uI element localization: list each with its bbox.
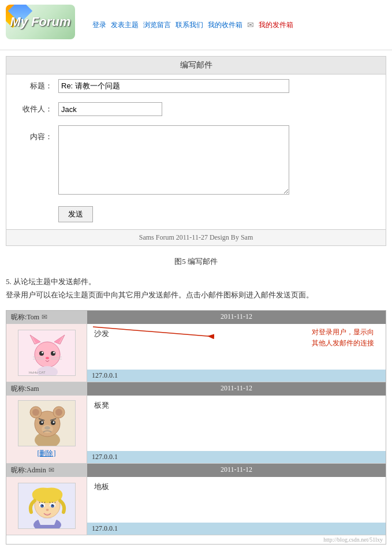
svg-point-45 [53,504,54,505]
svg-point-10 [46,357,49,359]
post-content-2: 地板 [87,477,386,523]
logo-background: My Forum [6,5,75,39]
svg-point-52 [46,509,48,511]
figure-caption: 图5 编写邮件 [0,252,392,271]
subject-input-container [58,79,374,93]
cat-avatar-svg: HuHu CAT [18,330,76,376]
post-block-2: 昵称:Admin ✉ 2011-11-12 [6,464,386,535]
post-right-0: 沙发 对登录用户，显示向其他人发邮件的连接 [87,324,386,382]
post-avatar-0: HuHu CAT [6,324,87,382]
post-nick-0: 昵称:Tom ✉ [6,311,87,324]
svg-point-25 [55,409,62,416]
subject-label: 标题： [18,79,58,93]
nav-inbox[interactable]: 我的收件箱 [208,20,242,30]
send-button-row: 发送 [6,202,386,229]
post-nick-2: 昵称:Admin ✉ [6,464,87,477]
compose-footer: Sams Forum 2011-11-27 Design By Sam [6,229,386,245]
post-date-0: 2011-11-12 [87,311,386,324]
avatar-admin [18,483,76,529]
logo-text: My Forum [10,14,70,29]
logo: My Forum [6,5,81,45]
avatar-cat: HuHu CAT [18,330,76,376]
post-body-2: 地板 127.0.0.1 [6,477,386,535]
svg-line-18 [93,327,214,337]
post-body-1: [删除] 板凳 127.0.0.1 [6,396,386,463]
recipient-row: 收件人： [6,98,386,121]
compose-section: 编写邮件 标题： 收件人： 内容： 发送 Sams Forum 2011-11-… [6,56,386,246]
subject-row: 标题： [6,74,386,98]
bear-avatar-svg [18,401,76,446]
desc-line1: 5. 从论坛主题中发送邮件。 [6,275,386,288]
post-header-2: 昵称:Admin ✉ 2011-11-12 [6,464,386,477]
svg-point-24 [32,409,39,416]
post-block-1: 昵称:Sam 2011-11-12 [6,382,386,464]
svg-point-7 [51,351,55,356]
post-date-2: 2011-11-12 [87,464,386,477]
post-header-1: 昵称:Sam 2011-11-12 [6,382,386,396]
svg-point-8 [42,352,43,353]
post-content-1: 板凳 [87,396,386,451]
post-right-1: 板凳 127.0.0.1 [87,396,386,463]
email-icon-0[interactable]: ✉ [42,313,47,322]
nav-post[interactable]: 发表主题 [111,20,139,30]
post-block-0: 昵称:Tom ✉ 2011-11-12 [6,311,386,382]
delete-link-1[interactable]: [删除] [38,449,56,458]
post-ip-1: 127.0.0.1 [87,451,386,463]
post-right-2: 地板 127.0.0.1 [87,477,386,535]
header: My Forum 登录 发表主题 浏览留言 联系我们 我的收件箱 ✉ 我的发件箱 [0,0,392,50]
avatar-bear [18,400,76,446]
watermark: http://blog.csdn.net/51lxy [6,535,386,544]
post-ip-2: 127.0.0.1 [87,523,386,535]
post-content-0: 沙发 对登录用户，显示向其他人发邮件的连接 [87,324,386,370]
post-avatar-2 [6,477,87,535]
post-header-0: 昵称:Tom ✉ 2011-11-12 [6,311,386,324]
content-row: 内容： [6,121,386,202]
nav-login[interactable]: 登录 [92,20,106,30]
svg-point-6 [39,351,44,356]
forum-section: 昵称:Tom ✉ 2011-11-12 [6,310,386,545]
annotation-0: 对登录用户，显示向其他人发邮件的连接 [312,327,374,349]
svg-point-9 [53,352,55,353]
nav-browse[interactable]: 浏览留言 [143,20,171,30]
post-body-0: HuHu CAT 沙发 对登录用户，显示向其他人发邮件的连接 [6,324,386,382]
svg-point-33 [42,425,53,433]
post-nick-1: 昵称:Sam [6,382,87,396]
nav-contact[interactable]: 联系我们 [176,20,203,30]
post-date-1: 2011-11-12 [87,382,386,396]
envelope-icon-header: ✉ [247,20,254,30]
svg-point-29 [53,421,54,423]
svg-point-40 [40,504,44,508]
svg-point-1 [35,342,60,367]
admin-avatar-svg [18,483,76,529]
svg-text:HuHu CAT: HuHu CAT [29,371,46,374]
post-avatar-1: [删除] [6,396,87,463]
content-textarea[interactable] [58,125,289,195]
recipient-label: 收件人： [18,102,58,116]
compose-title: 编写邮件 [6,57,386,74]
svg-point-28 [41,421,43,423]
subject-input[interactable] [58,79,289,93]
recipient-input-container [58,102,374,116]
desc-line2: 登录用户可以在论坛主题页面中向其它用户发送邮件。点击小邮件图标则进入邮件发送页面… [6,288,386,301]
content-label: 内容： [18,125,58,144]
description-text: 5. 从论坛主题中发送邮件。 登录用户可以在论坛主题页面中向其它用户发送邮件。点… [0,271,392,305]
email-icon-2[interactable]: ✉ [48,466,54,475]
send-button[interactable]: 发送 [58,206,93,222]
svg-point-41 [51,504,54,508]
svg-point-44 [42,504,43,505]
annotation-text-0: 对登录用户，显示向其他人发邮件的连接 [312,327,374,349]
nav-outbox[interactable]: 我的发件箱 [259,20,293,30]
recipient-input[interactable] [58,102,162,116]
post-ip-0: 127.0.0.1 [87,370,386,382]
content-input-container [58,125,374,197]
nav-links: 登录 发表主题 浏览留言 联系我们 我的收件箱 ✉ 我的发件箱 [92,20,293,30]
